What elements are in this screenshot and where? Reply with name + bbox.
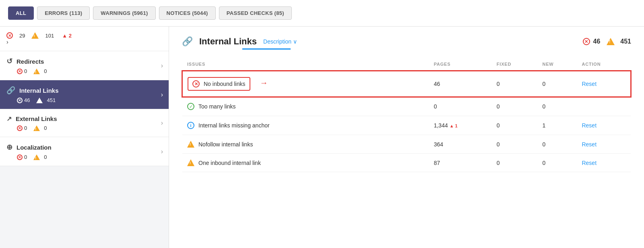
sidebar-item-localization[interactable]: ⊕ Localization ✕ 0 0 › [0,137,169,166]
table-row[interactable]: ! One inbound internal link 87 0 0 Reset [182,154,631,172]
header-warning-count: 451 [620,38,631,45]
sidebar-external-links-label: External Links [16,115,57,122]
pages-cell: 364 [429,135,492,154]
col-fixed: FIXED [492,58,538,71]
sidebar-redirects-label: Redirects [17,58,44,65]
fixed-cell: 0 [492,97,538,116]
issue-name-cell: i Internal links missing anchor [182,116,429,135]
issue-name: One inbound internal link [198,160,261,166]
error-icon: ✕ [192,80,200,88]
tab-all[interactable]: ALL [8,6,34,20]
error-icon: ✕ [583,38,590,45]
internal-links-warning-count: 451 [47,97,56,103]
tab-passed[interactable]: PASSED CHECKS (85) [219,6,292,20]
header-stats: ✕ 46 451 [583,38,632,45]
action-cell[interactable]: Reset [577,71,631,97]
col-pages: PAGES [429,58,492,71]
chevron-right-icon: › [161,119,163,127]
pages-value: 87 [434,160,440,166]
new-cell: 0 [537,71,577,97]
issue-name-cell: ✕ No inbound links → [182,71,429,97]
reset-button[interactable]: Reset [582,81,597,87]
table-row[interactable]: i Internal links missing anchor 1,344 ▲ … [182,116,631,135]
tab-errors[interactable]: ERRORS (113) [37,6,90,20]
pages-value: 0 [434,103,437,110]
issue-name: No inbound links [204,81,246,87]
arrow-right-icon: → [260,78,268,88]
external-link-icon: ↗ [6,115,12,123]
redirects-warning-count: 0 [44,68,47,74]
fixed-cell: 0 [492,154,538,172]
table-row[interactable]: ✕ No inbound links → 46 0 0 Reset [182,71,631,97]
top-bar: ALL ERRORS (113) WARNINGS (5961) NOTICES… [0,0,644,27]
error-icon: ✕ [17,154,23,160]
content-header: 🔗 Internal Links Description ∨ ✕ 46 451 [182,36,631,47]
sidebar-badge: ▲ 2 [62,33,72,39]
globe-icon: ⊕ [6,143,12,152]
pages-value: 364 [434,141,443,148]
chevron-down-icon: ∨ [293,38,297,45]
info-icon: i [187,122,194,129]
pages-value: 1,344 [434,122,448,129]
reset-button[interactable]: Reset [582,122,597,129]
sidebar-summary-item[interactable]: ✕ 29 101 ▲ 2 › [0,27,169,51]
action-cell[interactable]: Reset [577,154,631,172]
reset-button[interactable]: Reset [582,160,597,166]
issues-table: ISSUES PAGES FIXED NEW ACTION ✕ No inbou… [182,58,631,172]
sidebar-item-internal-links[interactable]: 🔗 Internal Links ✕ 46 451 › [0,80,169,109]
table-row[interactable]: ! Nofollow internal links 364 0 0 Reset [182,135,631,154]
table-row[interactable]: ✓ Too many links 0 0 0 [182,97,631,116]
sidebar-error-count: 29 [19,33,25,39]
redirect-icon: ↺ [6,57,12,66]
tab-notices[interactable]: NOTICES (5044) [159,6,216,20]
issue-name-cell: ! One inbound internal link [182,154,429,172]
action-cell[interactable]: Reset [577,135,631,154]
reset-button[interactable]: Reset [582,141,597,148]
external-links-error-count: 0 [24,125,27,131]
warning-icon [31,32,39,39]
fixed-cell: 0 [492,116,538,135]
chevron-right-icon: › [161,148,163,155]
error-icon: ✕ [17,69,23,74]
error-icon: ✕ [17,98,23,103]
sidebar: ✕ 29 101 ▲ 2 › ↺ Redirects ✕ 0 0 [0,27,169,248]
chevron-right-icon: › [161,91,163,98]
redirects-error-count: 0 [24,68,27,74]
blue-underline [242,48,291,50]
col-new: NEW [537,58,577,71]
error-icon: ✕ [6,32,13,39]
sidebar-item-redirects[interactable]: ↺ Redirects ✕ 0 0 › [0,51,169,80]
action-cell[interactable]: Reset [577,116,631,135]
warning-icon [607,38,615,45]
warning-icon [33,69,40,74]
sidebar-warning-count: 101 [45,33,54,39]
description-button[interactable]: Description ∨ [263,38,297,45]
pages-cell: 46 [429,71,492,97]
tab-warnings[interactable]: WARNINGS (5961) [93,6,155,20]
localization-warning-count: 0 [44,154,47,160]
action-cell[interactable] [577,97,631,116]
sidebar-item-external-links[interactable]: ↗ External Links ✕ 0 0 › [0,109,169,137]
col-issues: ISSUES [182,58,429,71]
pages-badge: ▲ 1 [450,123,458,128]
issue-name: Too many links [198,103,236,110]
warning-icon: ! [187,141,194,148]
pages-value: 46 [434,81,440,87]
new-cell: 0 [537,135,577,154]
pages-cell: 1,344 ▲ 1 [429,116,492,135]
chevron-right-icon: › [6,39,8,45]
link-icon: 🔗 [6,86,15,95]
warning-icon: ! [187,159,194,166]
external-links-warning-count: 0 [44,125,47,131]
issue-name-cell: ! Nofollow internal links [182,135,429,154]
new-cell: 0 [537,154,577,172]
sidebar-localization-label: Localization [17,144,52,151]
warning-icon [36,98,43,103]
error-icon: ✕ [17,125,23,131]
issue-name: Nofollow internal links [198,141,253,148]
internal-links-error-count: 46 [24,97,30,103]
page-title: Internal Links [199,36,257,47]
fixed-cell: 0 [492,135,538,154]
new-cell: 0 [537,97,577,116]
warning-icon [33,125,40,131]
